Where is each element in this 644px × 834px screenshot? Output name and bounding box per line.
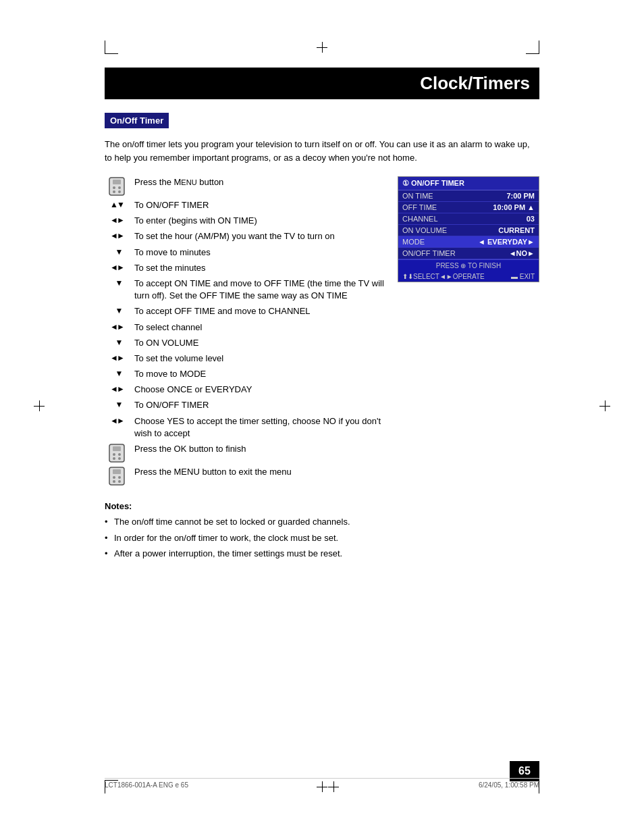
intro-text: The on/off timer lets you program your t… [105, 138, 539, 164]
step-3-text: To enter (begins with ON TIME) [134, 215, 384, 227]
step-11: ◄► To set the volume level [105, 353, 384, 365]
svg-point-16 [113, 480, 115, 483]
step-2-icon: ▲▼ [105, 200, 129, 209]
main-content: Clock/Timers On/Off Timer The on/off tim… [105, 68, 539, 561]
step-10-text: To ON VOLUME [134, 337, 384, 349]
step-14-icon: ▼ [105, 400, 129, 409]
step-7: ▼ To accept ON TIME and move to OFF TIME… [105, 278, 384, 302]
step-6: ◄► To set the minutes [105, 262, 384, 274]
step-8-text: To accept OFF TIME and move to CHANNEL [134, 305, 384, 317]
step-4-text: To set the hour (AM/PM) you want the TV … [134, 230, 384, 242]
remote-svg-17 [108, 467, 126, 486]
step-12-icon: ▼ [105, 369, 129, 378]
step-13-icon: ◄► [105, 384, 129, 394]
crosshair-right [599, 400, 610, 411]
svg-point-5 [118, 190, 121, 193]
footer-left: LCT1866-001A-A ENG e 65 [105, 781, 188, 792]
step-10: ▼ To ON VOLUME [105, 337, 384, 349]
step-8: ▼ To accept OFF TIME and move to CHANNEL [105, 305, 384, 317]
svg-rect-13 [113, 469, 121, 474]
svg-point-3 [118, 186, 121, 189]
menu-label-on-volume: ON VOLUME [402, 226, 447, 234]
steps-list: Press the MENU button ▲▼ To ON/OFF TIMER… [105, 176, 384, 489]
section-header-text: On/Off Timer [110, 115, 163, 126]
step-13-text: Choose ONCE or EVERYDAY [134, 384, 384, 396]
step-15-icon: ◄► [105, 416, 129, 425]
step-2-text: To ON/OFF TIMER [134, 199, 384, 211]
corner-mark-tr [526, 41, 539, 54]
step-15-text: Choose YES to accept the timer setting, … [134, 415, 384, 440]
step-6-text: To set the minutes [134, 262, 384, 274]
notes-section: Notes: The on/off time cannot be set to … [105, 501, 539, 561]
step-13: ◄► Choose ONCE or EVERYDAY [105, 384, 384, 396]
note-item-3: After a power interruption, the timer se… [105, 547, 539, 561]
corner-mark-tl [105, 41, 118, 54]
menu-label-off-time: OFF TIME [402, 203, 437, 211]
step-5-text: To move to minutes [134, 246, 384, 259]
menu-row-mode: MODE ◄ EVERYDAY► [398, 236, 539, 248]
step-11-text: To set the volume level [134, 353, 384, 365]
menu-panel: ① ON/OFF TIMER ON TIME 7:00 PM OFF TIME … [398, 176, 539, 282]
arrow-ud-icon: ▲▼ [110, 200, 124, 209]
arrow-lr-icon-13: ◄► [110, 384, 124, 394]
step-17-icon [105, 467, 129, 486]
arrow-lr-icon-6: ◄► [110, 263, 124, 272]
svg-point-14 [113, 476, 115, 479]
step-2: ▲▼ To ON/OFF TIMER [105, 199, 384, 211]
svg-rect-1 [113, 180, 121, 184]
step-16-icon [105, 444, 129, 463]
step-5: ▼ To move to minutes [105, 246, 384, 259]
crosshair-left [34, 400, 45, 411]
step-10-icon: ▼ [105, 338, 129, 347]
step-12-text: To move to MODE [134, 368, 384, 380]
step-1: Press the MENU button [105, 176, 384, 196]
step-17: Press the MENU button to exit the menu [105, 466, 384, 486]
step-16-text: Press the OK button to finish [134, 443, 384, 455]
step-3-icon: ◄► [105, 215, 129, 225]
step-14-text: To ON/OFF TIMER [134, 399, 384, 411]
menu-value-onoff-timer: ◄NO► [509, 249, 535, 257]
arrow-d-icon-5: ▼ [111, 247, 124, 257]
section-header: On/Off Timer [105, 113, 169, 128]
menu-row-channel: CHANNEL 03 [398, 213, 539, 225]
svg-rect-7 [113, 446, 121, 451]
note-item-2: In order for the on/off timer to work, t… [105, 531, 539, 545]
arrow-lr-icon-3: ◄► [110, 215, 124, 225]
arrow-d-icon-12: ▼ [111, 369, 124, 378]
step-1-icon [105, 177, 129, 196]
notes-title: Notes: [105, 501, 539, 511]
menu-finish-text: PRESS ⊕ TO FINISH [436, 262, 502, 269]
arrow-lr-icon-15: ◄► [110, 416, 124, 425]
step-14: ▼ To ON/OFF TIMER [105, 399, 384, 411]
steps-container: Press the MENU button ▲▼ To ON/OFF TIMER… [105, 176, 539, 489]
step-5-icon: ▼ [105, 247, 129, 257]
svg-point-17 [118, 480, 121, 483]
arrow-d-icon-14: ▼ [111, 400, 124, 409]
step-11-icon: ◄► [105, 353, 129, 363]
menu-value-off-time: 10:00 PM ▲ [493, 203, 535, 211]
svg-point-2 [113, 186, 115, 189]
menu-value-on-time: 7:00 PM [506, 192, 535, 200]
menu-label-mode: MODE [402, 238, 425, 246]
menu-nav-exit: ▬ EXIT [511, 273, 535, 280]
menu-value-mode: ◄ EVERYDAY► [478, 238, 535, 246]
menu-label-onoff-timer: ON/OFF TIMER [402, 249, 456, 257]
menu-row-off-time: OFF TIME 10:00 PM ▲ [398, 202, 539, 213]
menu-panel-finish: PRESS ⊕ TO FINISH [398, 259, 539, 271]
page-title-text: Clock/Timers [420, 73, 530, 93]
remote-svg-16 [108, 444, 126, 463]
step-17-text: Press the MENU button to exit the menu [134, 466, 384, 478]
svg-point-9 [118, 453, 121, 456]
menu-value-on-volume: CURRENT [498, 226, 535, 234]
menu-panel-header-text: ① ON/OFF TIMER [402, 179, 464, 187]
menu-row-on-time: ON TIME 7:00 PM [398, 190, 539, 202]
step-9-icon: ◄► [105, 322, 129, 332]
arrow-d-icon-10: ▼ [111, 338, 124, 347]
remote-svg-1 [108, 177, 126, 196]
menu-panel-nav: ⬆⬇SELECT◄►OPERATE ▬ EXIT [398, 271, 539, 282]
footer: LCT1866-001A-A ENG e 65 6/24/05, 1:00:58… [105, 778, 539, 792]
svg-point-8 [113, 453, 115, 456]
step-4: ◄► To set the hour (AM/PM) you want the … [105, 230, 384, 242]
footer-right: 6/24/05, 1:00:58 PM [479, 781, 539, 792]
step-15: ◄► Choose YES to accept the timer settin… [105, 415, 384, 440]
